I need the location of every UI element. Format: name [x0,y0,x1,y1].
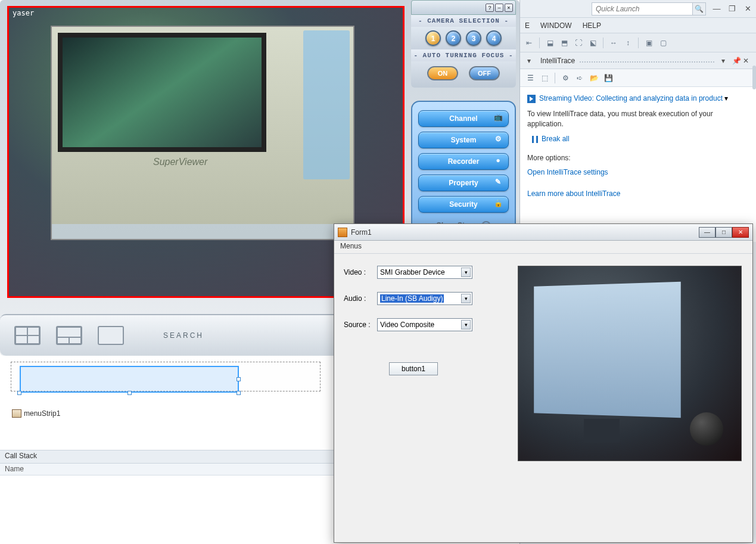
distribute-h-icon[interactable]: ↔ [608,38,619,48]
save-icon[interactable]: 💾 [603,73,614,83]
help-icon[interactable]: ? [486,4,494,12]
chevron-down-icon: ▾ [461,294,471,303]
toolbar-icon[interactable]: ⇤ [524,38,534,48]
form1-menu[interactable]: Menus [334,241,752,254]
gear-icon[interactable]: ⚙ [560,73,571,83]
source-select[interactable]: Video Composite▾ [377,318,472,331]
property-label: Property [449,179,478,187]
bring-front-icon[interactable]: ▣ [643,38,654,48]
align-stretch-icon[interactable]: ⛶ [573,38,584,48]
resize-handle[interactable] [237,377,241,381]
form1-close-icon[interactable]: ✕ [732,227,749,238]
channel-icon: 📺 [493,113,503,124]
intellitrace-header: ▾ IntelliTrace ▾ 📌 ✕ [520,52,756,69]
camera-selector: 1 2 3 4 [411,27,516,49]
source-value: Video Composite [380,321,434,329]
open-settings-link[interactable]: Open IntelliTrace settings [527,168,749,176]
audio-select[interactable]: Line-In (SB Audigy)▾ [377,292,472,305]
dropdown-icon[interactable]: ▾ [527,57,536,65]
feed-logo-text: SuperViewer [153,157,207,167]
menu-window[interactable]: WINDOW [540,21,572,30]
system-icon: ⚙ [493,135,503,145]
menustrip-label[interactable]: menuStrip1 [24,409,60,418]
resize-handle[interactable] [17,391,21,395]
auto-focus-on-button[interactable]: ON [427,66,458,80]
chevron-down-icon[interactable]: ▾ [724,94,728,102]
form1-titlebar[interactable]: Form1 ― □ ✕ [334,224,752,241]
channel-button[interactable]: Channel📺 [418,110,509,127]
camera-2-button[interactable]: 2 [446,30,461,46]
auto-focus-toggle: ON OFF [411,61,516,88]
auto-focus-label: - AUTO TURNING FOCUS - [411,49,516,61]
align-right-icon[interactable]: ⬕ [587,38,598,48]
search-label[interactable]: SEARCH [163,331,204,340]
window-menu-icon[interactable]: ▾ [721,57,730,65]
camera-3-button[interactable]: 3 [466,30,481,46]
preview-monitor [534,282,681,418]
recorder-button[interactable]: Recorder● [418,153,509,170]
feed-panel [303,30,350,179]
close-icon[interactable]: × [505,4,513,12]
audio-label: Audio : [344,294,377,303]
auto-focus-off-button[interactable]: OFF [469,66,500,80]
preview-stand [584,419,620,443]
camera-1-button[interactable]: 1 [425,30,441,46]
break-all-text: Break all [542,135,570,143]
list-icon[interactable]: ☰ [525,73,536,83]
minimize-icon[interactable]: – [495,4,503,12]
streaming-video-link[interactable]: Streaming Video: Collecting and analyzin… [527,94,749,103]
learn-more-link[interactable]: Learn more about IntelliTrace [527,189,749,198]
form1-app-icon [338,228,347,237]
align-left-icon[interactable]: ⬓ [545,38,555,48]
resize-handle[interactable] [127,391,132,395]
vs-menu: E WINDOW HELP [520,18,756,33]
security-button[interactable]: Security🔒 [418,196,509,213]
callstack-col-name[interactable]: Name [0,464,334,475]
tree-icon[interactable]: ⬚ [539,73,550,83]
vs-restore-icon[interactable]: ❐ [727,4,737,14]
distribute-v-icon[interactable]: ↕ [623,38,633,48]
pin-icon[interactable]: 📌 [732,57,741,65]
intellitrace-body: Streaming Video: Collecting and analyzin… [520,87,756,242]
vs-close-icon[interactable]: ✕ [743,4,752,14]
streaming-link-text: Streaming Video: Collecting and analyzin… [539,94,723,102]
security-label: Security [449,200,477,209]
component-tray: menuStrip1 [12,409,60,418]
camera-label: yaser [13,9,34,17]
menu-help[interactable]: HELP [583,21,601,30]
menustrip-icon[interactable] [12,409,21,418]
send-back-icon[interactable]: ▢ [658,38,668,48]
source-label: Source : [344,321,377,329]
quick-launch-input[interactable] [592,2,693,15]
form1-minimize-icon[interactable]: ― [699,227,715,238]
camera-4-button[interactable]: 4 [486,30,502,46]
system-button[interactable]: System⚙ [418,132,509,148]
layout-3-button[interactable] [56,326,82,345]
header-fill [580,61,714,63]
search-icon[interactable]: 🔍 [693,2,706,15]
button1[interactable]: button1 [389,362,438,375]
vs-minimize-icon[interactable]: ― [712,4,721,14]
resize-handle[interactable] [237,391,241,395]
property-button[interactable]: Property✎ [418,175,509,191]
selection-outline[interactable] [20,366,239,393]
layout-4-button[interactable] [14,326,41,345]
open-icon[interactable]: 📂 [589,73,599,83]
callstack-title[interactable]: Call Stack [0,450,334,464]
scrollbar[interactable] [752,66,756,89]
designer-canvas[interactable] [11,362,321,391]
channel-label: Channel [449,114,477,123]
video-preview [518,266,742,461]
form1-maximize-icon[interactable]: □ [715,227,732,238]
align-center-icon[interactable]: ⬒ [559,38,570,48]
video-select[interactable]: SMI Grabber Device▾ [377,266,472,279]
menu-partial[interactable]: E [525,21,530,30]
layout-1-button[interactable] [98,326,124,345]
break-all-link[interactable]: Break all [532,135,749,143]
close-panel-icon[interactable]: ✕ [743,57,751,65]
forward-icon[interactable]: ➪ [574,73,585,83]
quick-launch: 🔍 [592,2,706,15]
recorder-icon: ● [493,156,503,167]
form1-window: Form1 ― □ ✕ Menus Video : SMI Grabber De… [334,223,753,543]
chevron-down-icon: ▾ [461,268,471,277]
